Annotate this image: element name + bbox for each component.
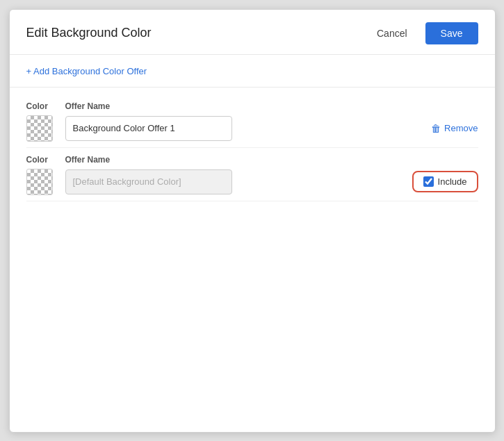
offer-2-row: Include [26, 169, 478, 195]
include-area: Include [412, 171, 478, 192]
offer-1-row: 🗑 Remove [26, 115, 478, 142]
include-checkbox[interactable] [423, 176, 434, 187]
offer-2-color-swatch [26, 169, 53, 195]
offer-1-remove-button[interactable]: 🗑 Remove [431, 123, 478, 134]
offer-block-2: Color Offer Name Include [26, 148, 478, 201]
offer-1-name-input[interactable] [65, 116, 232, 141]
cancel-button[interactable]: Cancel [370, 24, 414, 43]
remove-label: Remove [444, 123, 478, 133]
save-button[interactable]: Save [425, 22, 478, 44]
trash-icon: 🗑 [431, 123, 441, 134]
add-background-color-offer-link[interactable]: + Add Background Color Offer [26, 66, 147, 76]
offer-1-color-swatch[interactable] [26, 115, 53, 142]
offer-2-color-label: Color [26, 155, 65, 165]
include-label: Include [438, 176, 467, 187]
offer-1-offer-name-label: Offer Name [65, 101, 111, 111]
offer-1-labels: Color Offer Name [26, 101, 478, 111]
modal-header: Edit Background Color Cancel Save [10, 10, 495, 55]
offer-2-labels: Color Offer Name [26, 155, 478, 165]
offer-2-actions: Include [412, 171, 478, 192]
modal-body: Color Offer Name 🗑 Remove Color Offer Na… [10, 88, 495, 432]
modal-title: Edit Background Color [26, 26, 152, 40]
offer-block-1: Color Offer Name 🗑 Remove [26, 94, 478, 148]
edit-background-color-modal: Edit Background Color Cancel Save + Add … [9, 9, 496, 433]
header-actions: Cancel Save [370, 22, 478, 44]
add-link-row: + Add Background Color Offer [10, 55, 495, 88]
offer-2-name-input [65, 169, 232, 194]
offer-1-color-label: Color [26, 101, 65, 111]
offer-2-offer-name-label: Offer Name [65, 155, 111, 165]
offer-1-actions: 🗑 Remove [431, 123, 478, 134]
